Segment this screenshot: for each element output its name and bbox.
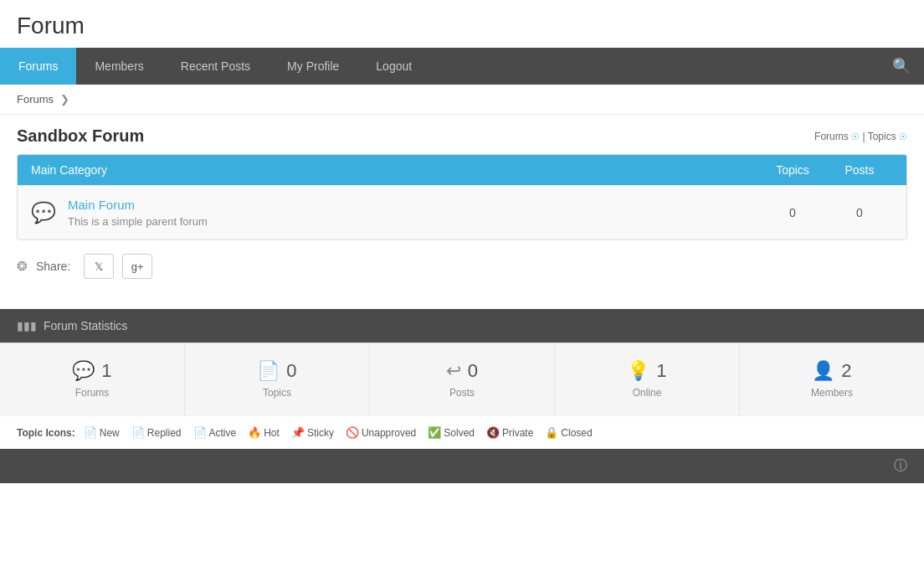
nav-item-forums[interactable]: Forums [0,48,76,85]
rss-topics-link[interactable]: Topics ☉ [868,131,907,142]
topic-icon-solved: ✅ Solved [428,426,475,439]
statistics-body: 💬 1 Forums 📄 0 Topics ↩ 0 Posts 💡 1 Onli… [0,343,924,415]
nav-item-logout[interactable]: Logout [357,48,430,85]
col-header-posts: Posts [826,163,893,177]
share-icon: ❂ [17,259,28,274]
online-stat-value: 1 [656,360,666,381]
topic-icon-unapproved: 🚫 Unapproved [346,426,416,439]
forum-row: 💬 Main Forum This is a simple parent for… [18,185,906,239]
forum-topics-count: 0 [759,206,826,219]
topic-icon-private: 🔇 Private [486,426,533,439]
topic-icon-closed: 🔒 Closed [545,426,592,439]
forum-description: This is a simple parent forum [68,215,208,228]
closed-icon: 🔒 [545,426,558,439]
forums-stat-icon: 💬 [72,360,95,382]
breadcrumb-forums[interactable]: Forums [17,93,54,106]
nav-bar: Forums Members Recent Posts My Profile L… [0,48,924,85]
active-icon: 📄 [193,426,207,439]
replied-icon: 📄 [131,426,145,439]
posts-stat-label: Posts [378,387,546,399]
forum-name-link[interactable]: Main Forum [68,198,759,212]
hot-label: Hot [264,427,280,439]
stat-posts: ↩ 0 Posts [370,343,555,415]
posts-stat-value: 0 [468,360,478,381]
forum-table-header: Main Category Topics Posts [18,155,906,185]
share-label: Share: [36,260,70,273]
closed-label: Closed [561,427,592,439]
rss-forums-link[interactable]: Forums ☉ [814,131,860,142]
topic-icon-new: 📄 New [84,426,120,439]
members-stat-value: 2 [841,360,851,381]
search-icon[interactable]: 🔍 [879,57,924,75]
page-footer: ⓘ [0,449,924,483]
forum-table: Main Category Topics Posts 💬 Main Forum … [17,154,907,240]
forums-stat-label: Forums [8,387,176,399]
sticky-icon: 📌 [291,426,305,439]
stat-members: 👤 2 Members [740,343,924,415]
members-stat-label: Members [748,387,916,399]
forum-posts-count: 0 [826,206,893,219]
nav-item-members[interactable]: Members [76,48,162,85]
twitter-icon: 𝕏 [95,260,103,273]
page-title: Forum [0,0,924,48]
topics-stat-icon: 📄 [257,360,280,382]
topic-icon-active: 📄 Active [193,426,237,439]
forum-chat-icon: 💬 [31,201,56,224]
share-section: ❂ Share: 𝕏 g+ [0,240,924,292]
sticky-label: Sticky [307,427,334,439]
online-stat-icon: 💡 [627,360,649,382]
stat-forums: 💬 1 Forums [0,343,185,415]
unapproved-label: Unapproved [362,427,416,439]
members-stat-icon: 👤 [812,360,834,382]
unapproved-icon: 🚫 [346,426,359,439]
topic-icon-hot: 🔥 Hot [248,426,280,439]
topic-icon-sticky: 📌 Sticky [291,426,334,439]
statistics-header: ▮▮▮ Forum Statistics [0,309,924,343]
private-label: Private [502,427,533,439]
page-header: Sandbox Forum Forums ☉ | Topics ☉ [0,115,924,154]
chevron-right-icon: ❯ [60,93,69,106]
forum-info: Main Forum This is a simple parent forum [68,198,759,228]
stat-online: 💡 1 Online [555,343,740,415]
hot-icon: 🔥 [248,426,261,439]
bar-chart-icon: ▮▮▮ [17,319,37,332]
sandbox-forum-title: Sandbox Forum [17,126,144,146]
topic-icon-replied: 📄 Replied [131,426,182,439]
google-plus-icon: g+ [131,260,144,273]
stat-topics: 📄 0 Topics [185,343,370,415]
nav-item-my-profile[interactable]: My Profile [269,48,357,85]
topics-stat-label: Topics [193,387,361,399]
breadcrumb: Forums ❯ [0,85,924,115]
private-icon: 🔇 [486,426,500,439]
rss-links: Forums ☉ | Topics ☉ [814,131,907,142]
online-stat-label: Online [563,387,731,399]
solved-label: Solved [444,427,475,439]
twitter-share-button[interactable]: 𝕏 [84,254,114,279]
new-icon: 📄 [84,426,97,439]
active-label: Active [209,427,237,439]
info-icon[interactable]: ⓘ [894,457,907,475]
nav-item-recent-posts[interactable]: Recent Posts [162,48,269,85]
col-header-main: Main Category [31,163,759,177]
topic-icons-label: Topic Icons: [17,427,75,439]
topic-icons-bar: Topic Icons: 📄 New 📄 Replied 📄 Active 🔥 … [0,415,924,449]
col-header-topics: Topics [759,163,826,177]
google-plus-share-button[interactable]: g+ [122,254,152,279]
solved-icon: ✅ [428,426,441,439]
topics-stat-value: 0 [286,360,296,381]
new-label: New [100,427,120,439]
replied-label: Replied [147,427,182,439]
statistics-title: Forum Statistics [44,319,127,332]
forums-stat-value: 1 [101,360,111,381]
posts-stat-icon: ↩ [446,360,461,382]
